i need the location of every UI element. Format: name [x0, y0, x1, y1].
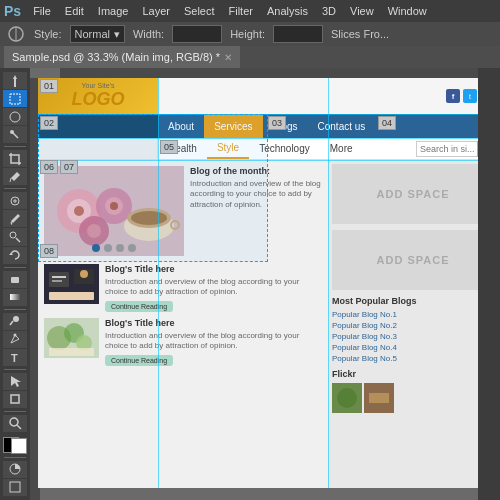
popular-blog-1[interactable]: Popular Blog No.1: [332, 310, 478, 319]
blog-2-text-area: Blog's Title here Introduction and overv…: [105, 318, 322, 366]
height-input[interactable]: [273, 25, 323, 43]
popular-blog-3[interactable]: Popular Blog No.3: [332, 332, 478, 341]
search-button[interactable]: 🔍: [477, 141, 478, 157]
slider-dots: [92, 244, 136, 252]
menu-bar: Ps File Edit Image Layer Select Filter A…: [0, 0, 500, 22]
guide-line-v2: [328, 78, 329, 488]
menu-file[interactable]: File: [27, 3, 57, 19]
featured-image-svg: [44, 166, 184, 256]
zoom-tool[interactable]: [3, 415, 27, 432]
blog-item-2: Blog's Title here Introduction and overv…: [44, 318, 322, 366]
svg-rect-49: [49, 348, 94, 356]
clone-stamp-tool[interactable]: [3, 228, 27, 245]
flickr-grid: [332, 383, 478, 413]
quick-mask-toggle[interactable]: [3, 461, 27, 478]
search-input[interactable]: [417, 144, 477, 154]
svg-point-36: [131, 211, 167, 225]
menu-edit[interactable]: Edit: [59, 3, 90, 19]
height-label: Height:: [230, 28, 265, 40]
blog-1-read-more[interactable]: Continue Reading: [105, 301, 173, 312]
cat-more[interactable]: More: [320, 138, 363, 159]
marquee-tool[interactable]: [3, 90, 27, 107]
menu-image[interactable]: Image: [92, 3, 135, 19]
brush-tool[interactable]: [3, 210, 27, 227]
nav-contact[interactable]: Contact us: [308, 114, 376, 138]
blog-2-title: Blog's Title here: [105, 318, 322, 328]
healing-brush-tool[interactable]: [3, 192, 27, 209]
toolbar-divider-7: [4, 457, 26, 458]
svg-point-33: [87, 224, 101, 238]
dot-4[interactable]: [128, 244, 136, 252]
svg-marker-12: [9, 253, 13, 255]
nav-services[interactable]: Services: [204, 114, 262, 138]
magic-wand-tool[interactable]: [3, 126, 27, 143]
blog-1-title: Blog's Title here: [105, 264, 322, 274]
section-label-07: 07: [60, 160, 78, 174]
add-space-2: ADD SPACE: [332, 230, 478, 290]
slices-label: Slices Fro...: [331, 28, 389, 40]
eraser-tool[interactable]: [3, 271, 27, 288]
svg-line-16: [10, 321, 13, 325]
popular-blog-4[interactable]: Popular Blog No.4: [332, 343, 478, 352]
lasso-tool[interactable]: [3, 108, 27, 125]
popular-blog-2[interactable]: Popular Blog No.2: [332, 321, 478, 330]
document-tab[interactable]: Sample.psd @ 33.3% (Main img, RGB/8) * ✕: [4, 46, 240, 68]
svg-rect-20: [11, 395, 19, 403]
path-selection-tool[interactable]: [3, 373, 27, 390]
menu-view[interactable]: View: [344, 3, 380, 19]
screen-mode-toggle[interactable]: [3, 479, 27, 496]
chevron-down-icon: ▾: [114, 28, 120, 41]
cat-technology[interactable]: Technology: [249, 138, 320, 159]
svg-rect-40: [52, 276, 66, 278]
color-swatches[interactable]: [3, 437, 27, 454]
menu-layer[interactable]: Layer: [136, 3, 176, 19]
history-brush-tool[interactable]: [3, 247, 27, 264]
menu-window[interactable]: Window: [382, 3, 433, 19]
menu-3d[interactable]: 3D: [316, 3, 342, 19]
background-color[interactable]: [11, 438, 27, 454]
cat-style[interactable]: Style: [207, 138, 249, 159]
move-tool[interactable]: [3, 72, 27, 89]
search-box[interactable]: 🔍: [416, 141, 478, 157]
facebook-icon[interactable]: f: [446, 89, 460, 103]
menu-filter[interactable]: Filter: [223, 3, 259, 19]
svg-text:T: T: [11, 352, 18, 364]
shape-tool[interactable]: [3, 391, 27, 408]
style-dropdown[interactable]: Normal ▾: [70, 25, 125, 43]
svg-rect-39: [49, 272, 69, 287]
cat-logo-space: [38, 138, 158, 159]
right-sidebar: ADD SPACE ADD SPACE Most Popular Blogs P…: [328, 160, 478, 488]
blog-2-text: Introduction and overview of the blog ac…: [105, 331, 322, 352]
tab-close-button[interactable]: ✕: [224, 52, 232, 63]
style-label: Style:: [34, 28, 62, 40]
dot-1[interactable]: [92, 244, 100, 252]
svg-point-51: [337, 388, 357, 408]
document-tab-bar: Sample.psd @ 33.3% (Main img, RGB/8) * ✕: [0, 46, 500, 68]
flickr-thumb-1[interactable]: [332, 383, 362, 413]
toolbar-divider-4: [4, 309, 26, 310]
flickr-title: Flickr: [332, 369, 478, 379]
canvas-area: 01 02 03 04 05 06 07 08 Your Site's LOGO…: [30, 68, 478, 500]
menu-analysis[interactable]: Analysis: [261, 3, 314, 19]
blog-2-read-more[interactable]: Continue Reading: [105, 355, 173, 366]
nav-about[interactable]: About: [158, 114, 204, 138]
section-label-08: 08: [40, 244, 58, 258]
twitter-icon[interactable]: t: [463, 89, 477, 103]
dodge-tool[interactable]: [3, 313, 27, 330]
section-label-06: 06: [40, 160, 58, 174]
dot-3[interactable]: [116, 244, 124, 252]
crop-tool[interactable]: [3, 150, 27, 167]
document-tab-title: Sample.psd @ 33.3% (Main img, RGB/8) *: [12, 51, 220, 63]
gradient-tool[interactable]: [3, 289, 27, 306]
featured-article: Blog of the month: Introduction and over…: [44, 166, 322, 256]
pen-tool[interactable]: [3, 331, 27, 348]
dot-2[interactable]: [104, 244, 112, 252]
popular-blog-5[interactable]: Popular Blog No.5: [332, 354, 478, 363]
text-tool[interactable]: T: [3, 349, 27, 366]
width-input[interactable]: [172, 25, 222, 43]
eyedropper-tool[interactable]: [3, 168, 27, 185]
toolbar-divider-5: [4, 369, 26, 370]
blog-1-text: Introduction and overview of the blog ac…: [105, 277, 322, 298]
menu-select[interactable]: Select: [178, 3, 221, 19]
flickr-thumb-2[interactable]: [364, 383, 394, 413]
